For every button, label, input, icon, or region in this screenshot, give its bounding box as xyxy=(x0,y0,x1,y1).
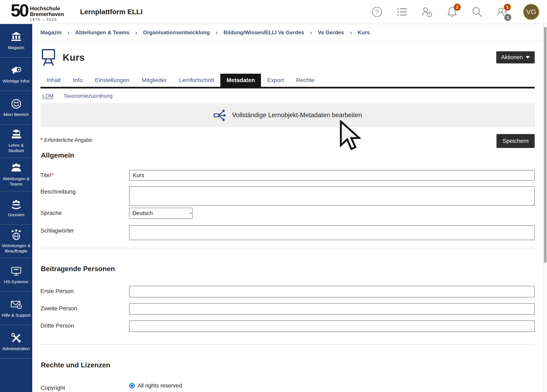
tab-info[interactable]: Info xyxy=(67,74,89,87)
sidebar-item-gremien[interactable]: Gremien xyxy=(0,191,32,225)
tools-icon xyxy=(10,332,22,344)
logo-text: Hochschule Bremerhaven 1975 – 2025 xyxy=(30,6,64,21)
breadcrumb-item-magazin[interactable]: Magazin xyxy=(41,29,62,36)
sidebar-item-lehre-studium[interactable]: Lehre & Studium xyxy=(0,124,32,158)
schlagwoerter-row: Schlagwörter xyxy=(41,225,535,240)
smiley-icon xyxy=(10,98,22,110)
sidebar-label: Hilfe & Support xyxy=(2,313,31,318)
vertical-scrollbar-thumb[interactable] xyxy=(544,27,547,263)
sidebar-label: Wichtige Infos xyxy=(3,78,30,84)
sprache-row: Sprache Deutsch xyxy=(41,208,535,219)
sprache-control: Deutsch xyxy=(129,208,535,219)
subtab-taxonomiezuordnung[interactable]: Taxonomiezuordnung xyxy=(63,93,113,99)
section-divider xyxy=(41,248,535,248)
tab-metadaten[interactable]: Metadaten xyxy=(220,74,261,87)
erste-person-input[interactable] xyxy=(129,286,535,297)
user-status-icon[interactable] xyxy=(421,6,433,18)
sidebar-label: Administration xyxy=(2,346,30,351)
sidebar-item-mein-bereich[interactable]: Mein Bereich xyxy=(0,91,32,124)
sprache-select[interactable]: Deutsch xyxy=(129,208,193,219)
globe-people-icon xyxy=(10,229,22,241)
beschreibung-textarea[interactable] xyxy=(129,186,535,206)
page-title-row: Kurs Aktionen xyxy=(41,47,535,68)
vertical-scrollbar-track[interactable] xyxy=(543,24,547,392)
edit-full-metadata-label: Vollständige Lernobjekt-Metadaten bearbe… xyxy=(232,111,362,119)
sidebar-item-hilfe-support[interactable]: ? Hilfe & Support xyxy=(0,292,32,325)
section-title-allgemein: Allgemein xyxy=(41,151,535,159)
breadcrumb-item-bildung-wissen[interactable]: Bildung/Wissen/ELLI Ve Gerdes xyxy=(224,29,304,36)
actions-button[interactable]: Aktionen xyxy=(496,51,535,63)
tab-inhalt[interactable]: Inhalt xyxy=(41,74,67,87)
sidebar-label: HS-Systeme xyxy=(4,279,28,284)
breadcrumb-item-ve-gerdes[interactable]: Ve Gerdes xyxy=(318,29,344,36)
chevron-right-icon: › xyxy=(216,29,218,36)
save-button[interactable]: Speichern xyxy=(497,134,535,148)
chevron-right-icon: › xyxy=(135,29,137,36)
search-icon[interactable] xyxy=(472,6,483,18)
subtab-bar: LOM Taxonomiezuordnung xyxy=(41,88,535,102)
schlagwoerter-input[interactable] xyxy=(129,225,535,240)
main-sidebar: Magazin Wichtige Infos Mein Bereich Lehr… xyxy=(0,24,32,392)
breadcrumb-item-organisationsentwicklung[interactable]: Organisationsentwicklung xyxy=(143,29,210,36)
schlagwoerter-label: Schlagwörter xyxy=(41,225,129,234)
edit-full-metadata-bar[interactable]: Vollständige Lernobjekt-Metadaten bearbe… xyxy=(41,103,535,127)
beschreibung-control xyxy=(129,186,535,206)
copyright-radio[interactable] xyxy=(129,383,135,389)
breadcrumb-item-abteilungen-teams[interactable]: Abteilungen & Teams xyxy=(75,29,129,36)
zweite-person-input[interactable] xyxy=(129,303,535,315)
titel-label: Titel* xyxy=(41,170,129,179)
svg-text:?: ? xyxy=(19,305,20,308)
chevron-right-icon: › xyxy=(310,29,312,36)
sidebar-item-wichtige-infos[interactable]: Wichtige Infos xyxy=(0,57,32,91)
committee-icon xyxy=(10,198,22,210)
avatar[interactable]: VG xyxy=(523,3,540,20)
megaphone-icon xyxy=(10,64,22,76)
task-list-icon[interactable] xyxy=(396,6,408,18)
contacts-badge-bottom: 1 xyxy=(504,14,511,21)
notifications-bell-icon[interactable]: 2 xyxy=(446,6,458,18)
sidebar-label: Gremien xyxy=(8,212,24,217)
subtab-lom[interactable]: LOM xyxy=(42,93,54,99)
tab-rechte[interactable]: Rechte xyxy=(290,74,321,87)
top-header: 50 Hochschule Bremerhaven 1975 – 2025 Le… xyxy=(0,0,547,24)
erste-person-label: Erste Person xyxy=(41,286,129,295)
dritte-person-label: Dritte Person xyxy=(41,320,129,329)
sidebar-label: Mein Bereich xyxy=(3,112,29,117)
copyright-label: Copyright xyxy=(41,383,129,391)
tab-export[interactable]: Export xyxy=(261,74,290,87)
dritte-person-input[interactable] xyxy=(129,320,535,332)
sidebar-item-hs-systeme[interactable]: *** HS-Systeme xyxy=(0,258,32,292)
dritte-person-row: Dritte Person xyxy=(41,320,535,332)
sidebar-item-administration[interactable]: Administration xyxy=(0,325,32,358)
titel-label-text: Titel xyxy=(41,172,51,178)
metadata-hub-icon xyxy=(213,108,227,122)
breadcrumb-item-kurs[interactable]: Kurs xyxy=(358,29,370,36)
help-icon[interactable]: ? xyxy=(371,6,383,18)
chevron-right-icon: › xyxy=(67,29,70,36)
section-divider xyxy=(41,344,535,345)
sidebar-item-magazin[interactable]: Magazin xyxy=(0,24,32,57)
titel-input[interactable] xyxy=(129,170,535,181)
titel-control xyxy=(129,170,535,181)
svg-text:***: *** xyxy=(14,268,19,272)
chevron-right-icon: › xyxy=(350,29,352,36)
beschreibung-label: Beschreibung xyxy=(41,186,129,195)
tab-mitglieder[interactable]: Mitglieder xyxy=(136,74,173,87)
required-note: *Erforderliche Angabe xyxy=(41,134,92,143)
sidebar-item-vertretungen-beauftragte[interactable]: Vertretungen & Beauftragte xyxy=(0,225,32,258)
contacts-icon[interactable]: 1 1 xyxy=(497,6,508,18)
required-save-row: *Erforderliche Angabe Speichern xyxy=(41,134,535,148)
breadcrumb: Magazin › Abteilungen & Teams › Organisa… xyxy=(32,24,543,41)
page-title: Kurs xyxy=(63,52,85,63)
dritte-person-control xyxy=(129,320,535,332)
sidebar-item-abteilungen-teams[interactable]: Abteilungen & Teams xyxy=(0,158,32,191)
mail-question-icon: ? xyxy=(10,299,22,311)
actions-button-label: Aktionen xyxy=(501,54,523,61)
zweite-person-label: Zweite Person xyxy=(41,303,129,312)
tab-lernfortschritt[interactable]: Lernfortschritt xyxy=(173,74,220,87)
caret-down-icon xyxy=(526,56,530,59)
tab-einstellungen[interactable]: Einstellungen xyxy=(89,74,136,87)
tab-bar: Inhalt Info Einstellungen Mitglieder Ler… xyxy=(41,74,535,88)
titel-row: Titel* xyxy=(41,170,535,181)
erste-person-control xyxy=(129,286,535,297)
